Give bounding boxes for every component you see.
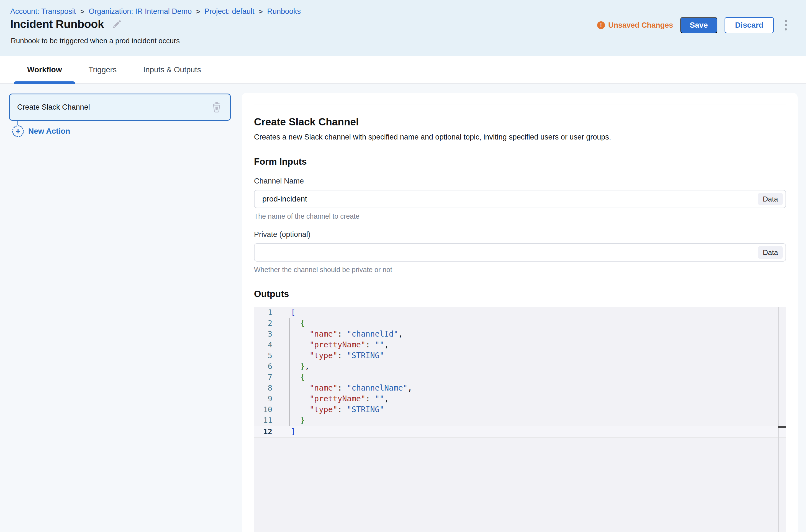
outputs-heading: Outputs xyxy=(254,289,786,299)
code-line[interactable]: 8 "name": "channelName", xyxy=(254,382,786,393)
breadcrumb-organization-link[interactable]: Organization: IR Internal Demo xyxy=(89,7,192,16)
line-number: 8 xyxy=(254,382,272,393)
line-number: 5 xyxy=(254,350,272,361)
tab-triggers[interactable]: Triggers xyxy=(75,56,130,83)
editor-scrollbar-marker xyxy=(778,426,786,428)
line-number: 1 xyxy=(254,307,272,318)
private-input[interactable] xyxy=(262,248,758,257)
channel-name-data-button[interactable]: Data xyxy=(758,193,783,205)
line-number: 6 xyxy=(254,361,272,372)
code-text: { xyxy=(272,318,786,328)
breadcrumb-project-link[interactable]: Project: default xyxy=(204,7,254,16)
workflow-action-label: Create Slack Channel xyxy=(17,103,90,112)
alert-icon: ! xyxy=(597,21,605,29)
pencil-icon xyxy=(111,19,122,30)
channel-name-label: Channel Name xyxy=(254,177,786,186)
channel-name-input[interactable] xyxy=(262,194,758,204)
code-line[interactable]: 12] xyxy=(254,426,786,438)
trash-icon xyxy=(211,101,222,113)
channel-name-helper-text: The name of the channel to create xyxy=(254,212,786,220)
code-text: "prettyName": "", xyxy=(272,393,786,404)
private-data-button[interactable]: Data xyxy=(758,246,783,259)
code-text: } xyxy=(272,415,786,426)
code-text: "name": "channelId", xyxy=(272,328,786,339)
workflow-action-card[interactable]: Create Slack Channel xyxy=(9,94,231,121)
new-action-button[interactable]: + New Action xyxy=(12,126,70,137)
kebab-dot xyxy=(785,24,787,26)
code-line[interactable]: 1[ xyxy=(254,307,786,318)
tab-bar: Workflow Triggers Inputs & Outputs xyxy=(0,56,806,84)
breadcrumb-runbooks-link[interactable]: Runbooks xyxy=(267,7,301,16)
line-number: 4 xyxy=(254,339,272,350)
channel-name-input-wrapper: Data xyxy=(254,190,786,208)
editor-scrollbar-track[interactable] xyxy=(778,307,786,532)
code-line[interactable]: 9 "prettyName": "", xyxy=(254,393,786,404)
line-number: 9 xyxy=(254,393,272,404)
code-line[interactable]: 4 "prettyName": "", xyxy=(254,339,786,350)
code-line[interactable]: 5 "type": "STRING" xyxy=(254,350,786,361)
line-number: 10 xyxy=(254,404,272,415)
private-helper-text: Whether the channel should be private or… xyxy=(254,266,786,274)
action-detail-title: Create Slack Channel xyxy=(254,116,786,128)
code-line[interactable]: 2 { xyxy=(254,318,786,328)
code-text: "prettyName": "", xyxy=(272,339,786,350)
breadcrumb-separator: > xyxy=(80,8,84,16)
breadcrumb-account-link[interactable]: Account: Transposit xyxy=(10,7,76,16)
kebab-dot xyxy=(785,28,787,31)
line-number: 7 xyxy=(254,372,272,382)
discard-button[interactable]: Discard xyxy=(725,17,774,33)
code-text: [ xyxy=(272,307,786,318)
code-line[interactable]: 10 "type": "STRING" xyxy=(254,404,786,415)
breadcrumb-separator: > xyxy=(196,8,200,16)
kebab-dot xyxy=(785,20,787,22)
unsaved-changes-indicator: ! Unsaved Changes xyxy=(597,21,673,30)
line-number: 3 xyxy=(254,328,272,339)
action-detail-panel: Create Slack Channel Creates a new Slack… xyxy=(242,93,798,532)
workflow-connector-line xyxy=(17,121,18,125)
code-line[interactable]: 7 { xyxy=(254,372,786,382)
code-text: ] xyxy=(272,426,786,437)
line-number: 11 xyxy=(254,415,272,426)
private-input-wrapper: Data xyxy=(254,243,786,262)
breadcrumb-separator: > xyxy=(259,8,262,16)
page-title: Incident Runbook xyxy=(10,18,104,31)
save-button[interactable]: Save xyxy=(680,17,717,33)
edit-title-button[interactable] xyxy=(111,19,122,30)
form-inputs-heading: Form Inputs xyxy=(254,156,786,167)
new-action-label: New Action xyxy=(28,127,70,136)
indent-guide-line xyxy=(289,318,290,426)
breadcrumb: Account: Transposit > Organization: IR I… xyxy=(10,7,301,16)
code-text: "name": "channelName", xyxy=(272,382,786,393)
code-line[interactable]: 11 } xyxy=(254,415,786,426)
code-text: }, xyxy=(272,361,786,372)
tab-inputs-outputs[interactable]: Inputs & Outputs xyxy=(130,56,214,83)
code-text: "type": "STRING" xyxy=(272,350,786,361)
unsaved-changes-label: Unsaved Changes xyxy=(608,21,673,30)
delete-action-button[interactable] xyxy=(210,100,223,114)
divider xyxy=(254,104,786,105)
line-number: 2 xyxy=(254,318,272,328)
action-detail-description: Creates a new Slack channel with specifi… xyxy=(254,133,786,141)
plus-icon: + xyxy=(12,126,24,137)
code-text: "type": "STRING" xyxy=(272,404,786,415)
code-line[interactable]: 3 "name": "channelId", xyxy=(254,328,786,339)
code-text: { xyxy=(272,372,786,382)
page-subtitle: Runbook to be triggered when a prod inci… xyxy=(11,37,180,45)
line-number: 12 xyxy=(254,426,272,437)
workflow-steps-panel: Create Slack Channel + New Action xyxy=(0,84,242,532)
outputs-code-editor[interactable]: 1[2 {3 "name": "channelId",4 "prettyName… xyxy=(254,307,786,532)
tab-workflow[interactable]: Workflow xyxy=(14,56,75,83)
private-label: Private (optional) xyxy=(254,230,786,239)
more-options-button[interactable] xyxy=(781,17,790,33)
code-line[interactable]: 6 }, xyxy=(254,361,786,372)
page-header: Account: Transposit > Organization: IR I… xyxy=(0,0,806,56)
